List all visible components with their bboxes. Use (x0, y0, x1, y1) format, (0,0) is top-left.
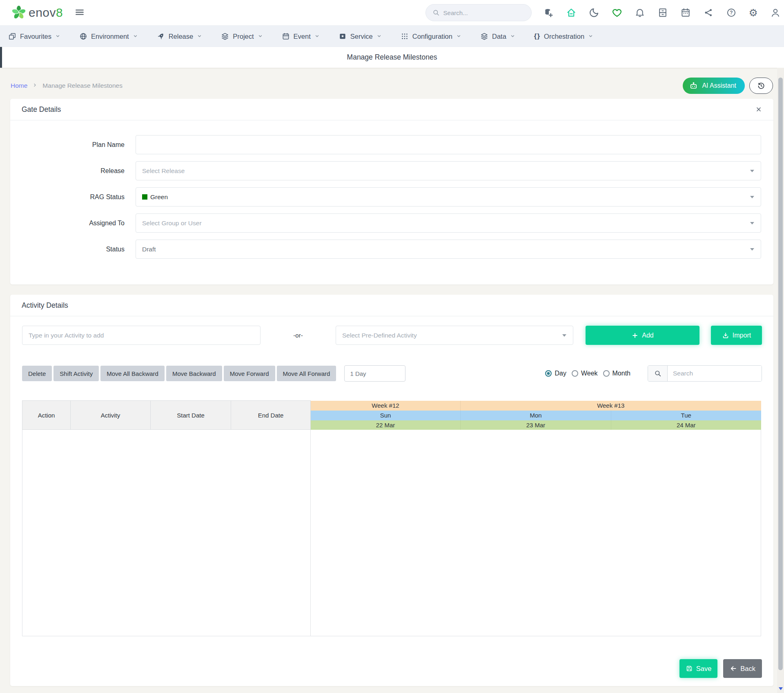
floppy-save-icon (686, 665, 693, 672)
top-bar: enov8 ⚙ (0, 0, 784, 26)
share-icon[interactable] (703, 7, 714, 18)
radio-week[interactable] (572, 370, 578, 377)
import-label: Import (733, 332, 751, 339)
page-title-bar: Manage Release Milestones (0, 47, 784, 68)
nav-item-environment[interactable]: Environment (79, 32, 138, 40)
nav-item-service[interactable]: Service (339, 32, 382, 40)
view-option-week[interactable]: Week (572, 370, 598, 377)
global-search[interactable] (425, 4, 532, 21)
caret-down-icon (750, 170, 754, 172)
predefined-activity-select[interactable]: Select Pre-Defined Activity (336, 326, 573, 345)
column-header-end-date: End Date (231, 401, 311, 430)
add-button[interactable]: Add (586, 326, 699, 345)
status-value: Draft (142, 246, 156, 253)
back-label: Back (740, 665, 755, 673)
robot-icon (689, 81, 698, 91)
plan-name-input[interactable] (142, 135, 755, 154)
assigned-to-select[interactable]: Select Group or User (136, 213, 761, 233)
caret-down-icon (750, 196, 754, 198)
date-header-24-mar: 24 Mar (611, 420, 761, 430)
shift-activity-button[interactable]: Shift Activity (53, 366, 99, 381)
cabinet-icon[interactable] (657, 7, 668, 18)
user-icon[interactable] (770, 7, 781, 18)
form-row-plan-name: Plan Name (10, 135, 773, 154)
nav-item-configuration[interactable]: Configuration (401, 32, 461, 40)
nav-label: Event (294, 33, 311, 40)
nav-item-project[interactable]: Project (221, 32, 263, 40)
status-select[interactable]: Draft (136, 240, 761, 259)
nav-item-release[interactable]: Release (157, 32, 203, 40)
arrow-left-icon (730, 665, 737, 672)
form-row-rag-status: RAG Status Green (10, 187, 773, 207)
release-select[interactable]: Select Release (136, 161, 761, 180)
view-option-day[interactable]: Day (545, 370, 566, 377)
search-icon (432, 9, 440, 16)
predefined-activity-placeholder: Select Pre-Defined Activity (342, 332, 417, 339)
layers-icon (480, 32, 488, 40)
home-icon[interactable] (566, 7, 577, 18)
nav-label: Service (350, 33, 373, 40)
help-icon[interactable] (726, 7, 737, 18)
add-label: Add (642, 332, 653, 339)
column-header-activity: Activity (71, 401, 151, 430)
activity-details-header: Activity Details (10, 295, 773, 316)
release-label: Release (10, 167, 136, 175)
chevron-down-icon (376, 33, 382, 40)
activity-name-input[interactable] (22, 326, 261, 345)
calendar-icon[interactable] (680, 7, 691, 18)
global-search-input[interactable] (443, 9, 525, 16)
history-button[interactable] (749, 78, 773, 94)
bell-icon[interactable] (635, 7, 645, 18)
view-option-month[interactable]: Month (603, 370, 630, 377)
day-header-mon: Mon (461, 411, 611, 420)
release-placeholder: Select Release (142, 167, 185, 175)
delete-button[interactable]: Delete (22, 366, 52, 381)
move-forward-button[interactable]: Move Forward (224, 366, 275, 381)
assigned-to-placeholder: Select Group or User (142, 220, 202, 227)
heart-icon[interactable] (612, 7, 622, 18)
radio-month[interactable] (603, 370, 610, 377)
move-backward-button[interactable]: Move Backward (166, 366, 222, 381)
favourites-icon (8, 32, 16, 40)
import-button[interactable]: Import (711, 326, 762, 345)
nav-item-orchestration[interactable]: {} Orchestration (534, 32, 593, 40)
shift-amount-input[interactable] (344, 365, 405, 382)
save-button[interactable]: Save (679, 659, 718, 678)
brand-logo[interactable]: enov8 (11, 4, 63, 21)
ai-assistant-button[interactable]: AI Assistant (683, 78, 745, 94)
search-icon (648, 366, 668, 381)
week-13-header: Week #13 (461, 401, 761, 411)
activity-toolbar: Delete Shift Activity Move All Backward … (22, 365, 762, 382)
move-all-forward-button[interactable]: Move All Forward (277, 366, 336, 381)
close-icon[interactable] (755, 106, 762, 113)
activity-gantt-table: Action Activity Start Date End Date Week… (22, 400, 761, 636)
nav-item-favourites[interactable]: Favourites (8, 32, 60, 40)
hamburger-menu-icon[interactable] (74, 7, 85, 19)
nav-item-data[interactable]: Data (480, 32, 515, 40)
radio-day[interactable] (545, 370, 552, 377)
vertical-scrollbar[interactable] (777, 68, 784, 693)
download-icon (722, 332, 729, 339)
gear-icon[interactable]: ⚙ (749, 8, 758, 18)
form-row-release: Release Select Release (10, 161, 773, 180)
rocket-icon (157, 32, 165, 40)
chevron-down-icon (55, 33, 60, 40)
scrollbar-down-arrow[interactable] (777, 685, 784, 692)
caret-down-icon (750, 222, 754, 224)
database-add-icon[interactable] (543, 7, 554, 18)
back-button[interactable]: Back (723, 659, 762, 678)
scrollbar-thumb[interactable] (778, 78, 783, 670)
layers-icon (221, 32, 229, 40)
caret-down-icon (562, 334, 566, 337)
nav-item-event[interactable]: Event (282, 32, 320, 40)
rag-status-select[interactable]: Green (136, 187, 761, 207)
page-actions: AI Assistant (683, 78, 773, 94)
moon-icon[interactable] (589, 7, 599, 18)
move-all-backward-button[interactable]: Move All Backward (100, 366, 165, 381)
date-header-22-mar: 22 Mar (311, 420, 461, 430)
nav-label: Environment (91, 33, 129, 40)
column-header-action: Action (22, 401, 71, 430)
nav-label: Data (492, 33, 506, 40)
table-search-input[interactable] (668, 366, 762, 381)
breadcrumb-home-link[interactable]: Home (11, 82, 27, 89)
